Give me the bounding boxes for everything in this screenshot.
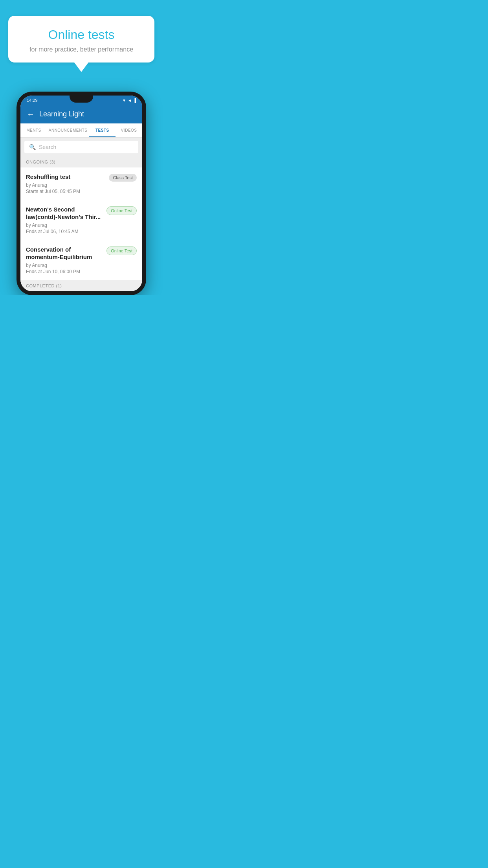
phone-screen: 14:29 ▼ ◄ ▐ ← Learning Light MENTS ANNOU…	[20, 96, 142, 291]
battery-icon: ▐	[133, 98, 136, 103]
test-info-2: Newton's Second law(contd)-Newton's Thir…	[26, 206, 106, 234]
test-time-1: Starts at Jul 05, 05:45 PM	[26, 189, 105, 194]
tab-tests[interactable]: TESTS	[89, 123, 116, 137]
test-info-1: Reshuffling test by Anurag Starts at Jul…	[26, 173, 109, 194]
search-placeholder: Search	[39, 144, 56, 150]
test-list: Reshuffling test by Anurag Starts at Jul…	[20, 167, 142, 280]
bubble-subtitle: for more practice, better performance	[18, 46, 145, 53]
badge-2: Online Test	[106, 206, 137, 215]
bubble-title: Online tests	[18, 28, 145, 42]
test-item-3[interactable]: Conservation of momentum-Equilibrium by …	[20, 240, 142, 280]
speech-bubble: Online tests for more practice, better p…	[8, 16, 155, 63]
test-author-2: by Anurag	[26, 223, 103, 228]
phone-notch	[70, 96, 93, 103]
test-name-2: Newton's Second law(contd)-Newton's Thir…	[26, 206, 103, 221]
test-item-1[interactable]: Reshuffling test by Anurag Starts at Jul…	[20, 167, 142, 200]
speech-bubble-container: Online tests for more practice, better p…	[8, 16, 155, 72]
search-bar[interactable]: 🔍 Search	[24, 141, 138, 153]
tab-announcements[interactable]: ANNOUNCEMENTS	[47, 123, 89, 137]
badge-3: Online Test	[106, 246, 137, 255]
phone-outer: 14:29 ▼ ◄ ▐ ← Learning Light MENTS ANNOU…	[17, 92, 146, 295]
bubble-arrow	[74, 63, 88, 72]
tabs-bar: MENTS ANNOUNCEMENTS TESTS VIDEOS	[20, 123, 142, 138]
wifi-icon: ▼	[122, 98, 126, 103]
badge-1: Class Test	[109, 174, 137, 182]
status-time: 14:29	[27, 98, 38, 103]
back-button[interactable]: ←	[27, 110, 35, 119]
test-time-2: Ends at Jul 06, 10:45 AM	[26, 229, 103, 234]
section-ongoing-header: ONGOING (3)	[20, 156, 142, 167]
status-icons: ▼ ◄ ▐	[122, 98, 136, 103]
test-name-3: Conservation of momentum-Equilibrium	[26, 246, 103, 261]
app-title: Learning Light	[39, 110, 84, 118]
test-time-3: Ends at Jun 10, 06:00 PM	[26, 269, 103, 274]
search-bar-wrapper: 🔍 Search	[20, 138, 142, 156]
test-author-1: by Anurag	[26, 182, 105, 188]
section-completed-header: COMPLETED (1)	[20, 280, 142, 291]
tab-ments[interactable]: MENTS	[20, 123, 47, 137]
test-info-3: Conservation of momentum-Equilibrium by …	[26, 246, 106, 274]
tab-videos[interactable]: VIDEOS	[116, 123, 142, 137]
signal-icon: ◄	[128, 98, 132, 103]
app-header: ← Learning Light	[20, 105, 142, 123]
phone-mockup: 14:29 ▼ ◄ ▐ ← Learning Light MENTS ANNOU…	[17, 92, 146, 295]
test-name-1: Reshuffling test	[26, 173, 105, 181]
test-author-3: by Anurag	[26, 263, 103, 268]
search-icon: 🔍	[29, 144, 36, 150]
test-item-2[interactable]: Newton's Second law(contd)-Newton's Thir…	[20, 200, 142, 240]
